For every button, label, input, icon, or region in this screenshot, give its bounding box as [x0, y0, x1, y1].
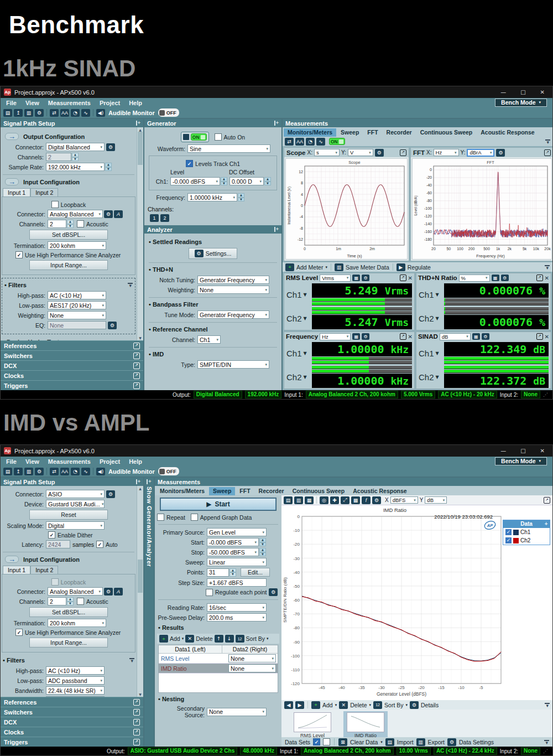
sweep-stop-select[interactable]: -50.000 dBFS▾	[207, 548, 259, 556]
popout-icon[interactable]: ↗	[544, 497, 550, 504]
high-pass-select[interactable]: AC (<10 Hz)▾	[46, 666, 105, 675]
input-channels-stepper[interactable]: ▲▼	[67, 597, 74, 605]
save-icon[interactable]: ▥	[24, 468, 33, 475]
function-icon[interactable]: f	[362, 496, 371, 504]
clock-icon[interactable]: ◔	[306, 138, 315, 146]
channels-stepper[interactable]: ▲▼	[72, 153, 79, 161]
clock-icon[interactable]: ◔	[71, 109, 80, 117]
scaling-mode-select[interactable]: Digital▾	[46, 521, 105, 530]
low-pass-select[interactable]: ADC passband▾	[46, 676, 105, 685]
fft-settings-icon[interactable]: ⚙	[496, 149, 505, 157]
open-project-icon[interactable]: ↥	[14, 468, 23, 475]
tab-input-2[interactable]: Input 2	[30, 188, 58, 196]
popout-icon[interactable]: ↗	[133, 739, 140, 745]
legend-item-ch2[interactable]: ✓Ch2	[503, 536, 550, 545]
tab-fft[interactable]: FFT	[236, 487, 254, 495]
grid-icon[interactable]: ▩	[351, 496, 360, 504]
popout-icon[interactable]: ↗	[133, 729, 140, 736]
channel-selector[interactable]: Ch1▼	[286, 342, 312, 364]
resize-grip[interactable]: ⋰	[543, 392, 548, 397]
collapse-pin-icon[interactable]: ▾	[545, 139, 550, 144]
first-result-icon[interactable]: ◀	[284, 701, 293, 709]
graph-y-unit-select[interactable]: dB▾	[425, 496, 447, 504]
menu-help[interactable]: Help	[129, 100, 142, 106]
auto-on-checkbox[interactable]: Auto On	[215, 133, 246, 141]
transfer-icon[interactable]: ⇄	[50, 109, 59, 117]
input-connector-select[interactable]: Analog Balanced▾	[48, 587, 103, 596]
eq-input[interactable]: None	[48, 321, 106, 329]
popout-icon[interactable]: ↗	[133, 372, 140, 379]
new-project-icon[interactable]: ▤	[3, 468, 12, 475]
sweep-stop-stepper[interactable]: ▲▼	[259, 548, 266, 556]
meter-unit-select[interactable]: Vrms▾	[320, 275, 351, 282]
tab-recorder[interactable]: Recorder	[255, 487, 288, 495]
loopback-checkbox[interactable]: Loopback	[51, 578, 86, 586]
sidebar-item-clocks[interactable]: Clocks↗	[1, 370, 143, 380]
show-generator-analyzer-strip[interactable]: + Show Generator/Analyzer	[144, 478, 154, 747]
tab-continuous-sweep[interactable]: Continuous Sweep	[289, 487, 349, 495]
sidebar-item-switchers[interactable]: Switchers↗	[1, 707, 143, 717]
sidebar-item-triggers[interactable]: Triggers↗	[1, 380, 143, 390]
regulate-settings-icon[interactable]: ⚙	[269, 588, 278, 596]
sidebar-item-references[interactable]: References↗	[1, 340, 143, 350]
add-meter-button[interactable]: Add Meter	[296, 264, 323, 271]
tab-sweep[interactable]: Sweep	[209, 487, 235, 495]
tab-sweep[interactable]: Sweep	[337, 128, 363, 137]
device-under-test-title[interactable]: • Device Under Test	[3, 339, 59, 340]
graph-x-unit-select[interactable]: dBFS▾	[390, 496, 418, 504]
sweep-type-select[interactable]: Linear▾	[207, 558, 267, 566]
fit-view-icon[interactable]: ⤢	[341, 496, 349, 504]
popout-icon[interactable]: ↗	[400, 149, 406, 156]
pin-icon[interactable]: +	[136, 121, 140, 126]
frequency-stepper[interactable]: ▲▼	[238, 193, 244, 201]
popout-icon[interactable]: ↗	[133, 343, 140, 349]
input-connector-settings-icon[interactable]: ⚙	[104, 588, 113, 596]
export-button[interactable]: Export	[428, 739, 445, 745]
notch-tuning-select[interactable]: Generator Frequency▾	[197, 276, 269, 284]
input-autoscale-icon[interactable]: A	[114, 588, 123, 596]
sweep-start-select[interactable]: -0.000 dBFS▾	[207, 538, 259, 546]
result-row-rms-level[interactable]: RMS Level None▾	[159, 654, 278, 664]
channel-selector[interactable]: Ch2▼	[419, 366, 444, 388]
result-row-imd-ratio[interactable]: IMD Ratio None▾	[159, 664, 278, 674]
minimize-button[interactable]: —	[500, 89, 506, 95]
output-channels-input[interactable]: 2	[46, 153, 71, 161]
move-up-icon[interactable]: ↑	[215, 635, 223, 643]
device-select[interactable]: Gustard USB Audi...▾	[46, 500, 105, 508]
set-dbspl-button[interactable]: Set dBSPL...	[29, 230, 108, 240]
last-result-icon[interactable]: ▶	[295, 701, 304, 709]
regulate-button[interactable]: Regulate	[408, 264, 431, 271]
meter-settings-icon[interactable]: ⚙	[362, 333, 369, 340]
tab-continuous-sweep[interactable]: Continuous Sweep	[416, 128, 477, 137]
sample-rate-select[interactable]: 192.000 kHz▾	[46, 163, 105, 171]
meter-unit-select[interactable]: dB▾	[440, 333, 471, 340]
repeat-checkbox[interactable]: Repeat	[157, 514, 185, 521]
secondary-source-select[interactable]: None▾	[207, 708, 267, 716]
tab-monitors-meters[interactable]: Monitors/Meters	[156, 487, 208, 495]
settings-gear-icon[interactable]: ⚙	[35, 109, 44, 117]
high-performance-sine-analyzer-checkbox[interactable]: Use High Performance Sine Analyzer	[15, 251, 121, 258]
weighting-select[interactable]: None▾	[48, 311, 106, 319]
bench-mode-button[interactable]: Bench Mode▾	[495, 99, 547, 107]
scope-settings-icon[interactable]: ⚙	[375, 149, 384, 157]
fft-y-unit-select[interactable]: dBrA▾	[467, 149, 494, 157]
high-performance-sine-analyzer-checkbox[interactable]: Use High Performance Sine Analyzer	[15, 629, 121, 636]
frequency-select[interactable]: 1.00000 kHz▾	[187, 193, 237, 201]
loopback-checkbox[interactable]: Loopback	[51, 201, 86, 208]
menu-file[interactable]: File	[6, 100, 17, 106]
pan-icon[interactable]: ✚	[330, 496, 339, 504]
popout-icon[interactable]: ↗	[133, 382, 140, 389]
delete-button[interactable]: Delete	[350, 702, 367, 708]
reference-channel-select[interactable]: Ch1▾	[197, 335, 221, 344]
pin-icon[interactable]: +	[147, 479, 151, 484]
meter-display-icon[interactable]: ▦	[492, 275, 499, 281]
close-icon[interactable]: ✕	[408, 275, 413, 281]
tab-fft[interactable]: FFT	[363, 128, 382, 137]
sweep-start-stepper[interactable]: ▲▼	[259, 538, 266, 546]
reset-button[interactable]: Reset	[29, 510, 108, 520]
data2-select[interactable]: None▾	[228, 664, 276, 672]
popout-icon[interactable]: ↗	[133, 699, 140, 706]
generator-on-toggle[interactable]: ON	[181, 132, 209, 142]
collapse-pin-icon[interactable]: ▾	[129, 658, 134, 662]
tab-input-2[interactable]: Input 2	[30, 566, 58, 574]
